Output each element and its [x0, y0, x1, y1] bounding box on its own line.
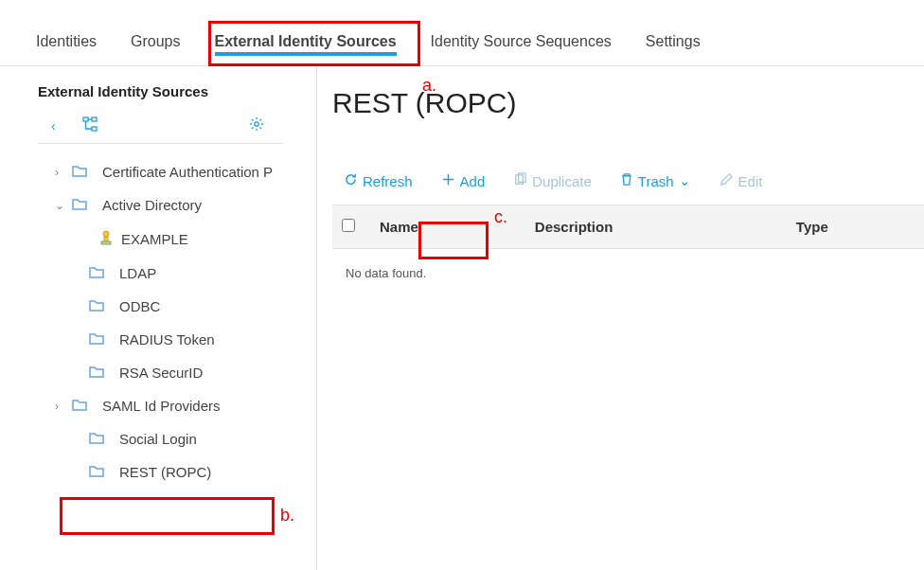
column-type[interactable]: Type — [787, 205, 924, 249]
tab-identity-source-sequences[interactable]: Identity Source Sequences — [414, 22, 629, 65]
tree-item-ldap[interactable]: LDAP — [38, 257, 316, 290]
plus-icon — [441, 172, 455, 189]
trash-button[interactable]: Trash ⌄ — [613, 167, 699, 195]
page-title: REST (ROPC) — [332, 87, 924, 119]
tab-label: External Identity Sources — [215, 33, 397, 49]
add-button[interactable]: Add — [434, 167, 493, 195]
tree-item-label: EXAMPLE — [121, 231, 188, 247]
chevron-right-icon: › — [55, 400, 72, 413]
duplicate-icon — [513, 172, 527, 189]
folder-icon — [89, 365, 112, 381]
data-table: Name Description Type — [332, 205, 924, 249]
svg-point-4 — [103, 231, 109, 237]
folder-icon — [89, 465, 112, 480]
tree-item-saml[interactable]: › SAML Id Providers — [38, 389, 316, 422]
sidebar-toolbar: ‹ — [38, 113, 283, 144]
tree-item-label: ODBC — [119, 298, 160, 314]
tree-item-label: RADIUS Token — [119, 331, 215, 347]
refresh-button[interactable]: Refresh — [336, 167, 420, 195]
tab-groups[interactable]: Groups — [114, 22, 197, 65]
tree-item-active-directory[interactable]: ⌄ Active Directory — [38, 188, 316, 222]
tree-item-label: LDAP — [119, 265, 156, 281]
column-description[interactable]: Description — [525, 205, 787, 249]
sidebar-title: External Identity Sources — [38, 83, 316, 99]
header-checkbox-cell — [332, 205, 370, 249]
table-header-row: Name Description Type — [332, 205, 924, 249]
sidebar-tree: › Certificate Authentication P ⌄ Active … — [38, 155, 316, 489]
button-label: Trash — [638, 173, 674, 189]
duplicate-button[interactable]: Duplicate — [506, 167, 599, 195]
content-panel: REST (ROPC) Refresh Add Duplicate — [317, 66, 924, 570]
select-all-checkbox[interactable] — [342, 219, 355, 232]
tab-active-indicator — [215, 52, 397, 56]
tree-item-label: RSA SecurID — [119, 365, 203, 381]
svg-rect-1 — [92, 117, 97, 121]
folder-icon — [89, 432, 112, 447]
tree-item-label: SAML Id Providers — [102, 398, 221, 414]
tree-item-label: Active Directory — [102, 197, 202, 213]
folder-icon — [72, 399, 95, 414]
ad-domain-icon — [98, 230, 114, 248]
main-area: External Identity Sources ‹ › Certificat… — [0, 66, 924, 570]
tree-item-radius-token[interactable]: RADIUS Token — [38, 323, 316, 356]
pencil-icon — [720, 172, 734, 189]
top-tabs: Identities Groups External Identity Sour… — [0, 0, 924, 66]
chevron-left-icon[interactable]: ‹ — [51, 118, 56, 134]
folder-icon — [89, 332, 112, 347]
folder-icon — [89, 299, 112, 314]
tab-external-identity-sources[interactable]: External Identity Sources — [198, 22, 414, 65]
sidebar-toolbar-left: ‹ — [51, 116, 98, 135]
button-label: Add — [460, 173, 486, 189]
folder-icon — [72, 198, 95, 213]
trash-icon — [620, 172, 633, 189]
gear-icon[interactable] — [249, 116, 264, 135]
tree-item-rsa-securid[interactable]: RSA SecurID — [38, 356, 316, 389]
tree-item-label: REST (ROPC) — [119, 464, 211, 480]
no-data-message: No data found. — [332, 249, 924, 297]
svg-point-3 — [255, 122, 258, 126]
folder-icon — [89, 266, 112, 281]
svg-rect-6 — [101, 241, 111, 244]
column-name[interactable]: Name — [370, 205, 525, 249]
folder-icon — [72, 165, 95, 180]
svg-rect-0 — [83, 117, 88, 121]
tree-item-odbc[interactable]: ODBC — [38, 290, 316, 323]
tree-item-cert-auth[interactable]: › Certificate Authentication P — [38, 155, 316, 188]
chevron-down-icon: ⌄ — [679, 172, 691, 189]
refresh-icon — [344, 172, 358, 189]
tree-item-example[interactable]: EXAMPLE — [38, 222, 316, 257]
tree-view-icon[interactable] — [82, 116, 98, 135]
button-label: Duplicate — [532, 173, 592, 189]
tree-item-social-login[interactable]: Social Login — [38, 422, 316, 455]
button-label: Refresh — [363, 173, 413, 189]
edit-button[interactable]: Edit — [712, 167, 771, 195]
tab-settings[interactable]: Settings — [629, 22, 718, 65]
tab-identities[interactable]: Identities — [19, 22, 114, 65]
chevron-right-icon: › — [55, 166, 72, 179]
tree-item-rest-ropc[interactable]: REST (ROPC) — [38, 455, 316, 489]
tree-item-label: Certificate Authentication P — [102, 164, 273, 180]
tree-item-label: Social Login — [119, 431, 197, 447]
content-toolbar: Refresh Add Duplicate Trash ⌄ — [332, 167, 924, 205]
button-label: Edit — [738, 173, 763, 189]
svg-rect-2 — [92, 127, 97, 131]
sidebar: External Identity Sources ‹ › Certificat… — [0, 66, 317, 570]
chevron-down-icon: ⌄ — [55, 199, 72, 212]
